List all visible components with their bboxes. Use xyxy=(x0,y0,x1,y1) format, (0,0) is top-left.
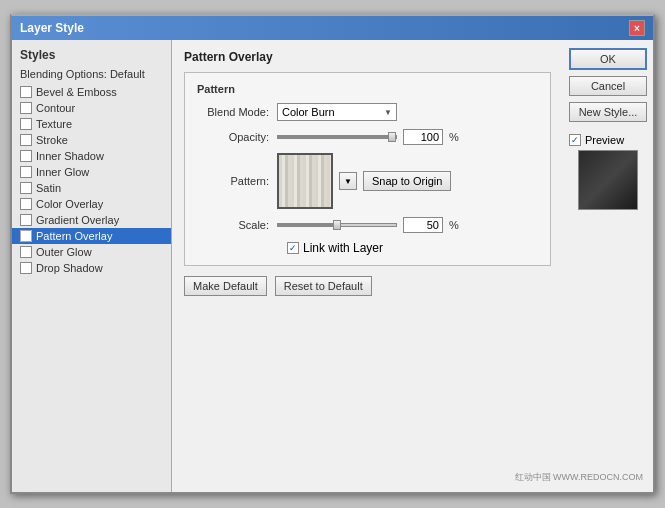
texture-checkbox[interactable] xyxy=(20,118,32,130)
preview-checkbox[interactable] xyxy=(569,134,581,146)
title-bar: Layer Style × xyxy=(12,16,653,40)
color-overlay-label: Color Overlay xyxy=(36,198,103,210)
bottom-buttons: Make Default Reset to Default xyxy=(184,276,551,296)
pattern-overlay-checkbox[interactable] xyxy=(20,230,32,242)
link-with-layer-label: Link with Layer xyxy=(303,241,383,255)
snap-to-origin-button[interactable]: Snap to Origin xyxy=(363,171,451,191)
sidebar-item-bevel-emboss[interactable]: Bevel & Emboss xyxy=(12,84,171,100)
inner-shadow-checkbox[interactable] xyxy=(20,150,32,162)
new-style-button[interactable]: New Style... xyxy=(569,102,647,122)
stroke-checkbox[interactable] xyxy=(20,134,32,146)
sidebar-item-satin[interactable]: Satin xyxy=(12,180,171,196)
sidebar-item-color-overlay[interactable]: Color Overlay xyxy=(12,196,171,212)
opacity-slider-track[interactable] xyxy=(277,135,397,139)
sidebar-item-gradient-overlay[interactable]: Gradient Overlay xyxy=(12,212,171,228)
scale-slider-track[interactable] xyxy=(277,223,397,227)
title-bar-buttons: × xyxy=(629,20,645,36)
layer-style-dialog: Layer Style × Styles Blending Options: D… xyxy=(10,14,655,494)
opacity-input[interactable] xyxy=(403,129,443,145)
blend-mode-dropdown[interactable]: Color Burn ▼ xyxy=(277,103,397,121)
stroke-label: Stroke xyxy=(36,134,68,146)
preview-label-row: Preview xyxy=(569,134,647,146)
left-panel: Styles Blending Options: Default Bevel &… xyxy=(12,40,172,492)
contour-label: Contour xyxy=(36,102,75,114)
blend-mode-control: Color Burn ▼ xyxy=(277,103,538,121)
link-with-layer-checkbox[interactable] xyxy=(287,242,299,254)
preview-section: Preview xyxy=(569,134,647,210)
watermark: 红动中国 WWW.REDOCN.COM xyxy=(515,471,644,484)
opacity-label: Opacity: xyxy=(197,131,277,143)
opacity-percent: % xyxy=(449,131,459,143)
preview-label-text: Preview xyxy=(585,134,624,146)
dialog-title: Layer Style xyxy=(20,21,84,35)
opacity-slider-fill xyxy=(278,136,396,138)
sidebar-item-drop-shadow[interactable]: Drop Shadow xyxy=(12,260,171,276)
scale-label: Scale: xyxy=(197,219,277,231)
drop-shadow-checkbox[interactable] xyxy=(20,262,32,274)
pattern-row: Pattern: ▼ Snap to Origin xyxy=(197,153,538,209)
sidebar-item-texture[interactable]: Texture xyxy=(12,116,171,132)
blend-mode-label: Blend Mode: xyxy=(197,106,277,118)
scale-percent: % xyxy=(449,219,459,231)
close-button[interactable]: × xyxy=(629,20,645,36)
pattern-label: Pattern: xyxy=(197,175,277,187)
pattern-preview[interactable] xyxy=(277,153,333,209)
cancel-button[interactable]: Cancel xyxy=(569,76,647,96)
right-buttons-panel: OK Cancel New Style... Preview xyxy=(563,40,653,492)
sidebar-item-contour[interactable]: Contour xyxy=(12,100,171,116)
blend-mode-value: Color Burn xyxy=(282,106,335,118)
blending-options-header[interactable]: Blending Options: Default xyxy=(12,66,171,82)
satin-label: Satin xyxy=(36,182,61,194)
gradient-overlay-checkbox[interactable] xyxy=(20,214,32,226)
sidebar-item-stroke[interactable]: Stroke xyxy=(12,132,171,148)
outer-glow-label: Outer Glow xyxy=(36,246,92,258)
drop-shadow-label: Drop Shadow xyxy=(36,262,103,274)
color-overlay-checkbox[interactable] xyxy=(20,198,32,210)
scale-input[interactable] xyxy=(403,217,443,233)
scale-control: % xyxy=(277,217,538,233)
scale-row: Scale: % xyxy=(197,217,538,233)
opacity-control: % xyxy=(277,129,538,145)
main-area: Pattern Overlay Pattern Blend Mode: Colo… xyxy=(172,40,563,492)
sidebar-item-inner-shadow[interactable]: Inner Shadow xyxy=(12,148,171,164)
make-default-button[interactable]: Make Default xyxy=(184,276,267,296)
preview-thumbnail xyxy=(578,150,638,210)
sidebar-item-inner-glow[interactable]: Inner Glow xyxy=(12,164,171,180)
scale-slider-fill xyxy=(278,224,337,226)
contour-checkbox[interactable] xyxy=(20,102,32,114)
sub-section-title: Pattern xyxy=(197,83,538,95)
pattern-control: ▼ Snap to Origin xyxy=(277,153,538,209)
dialog-body: Styles Blending Options: Default Bevel &… xyxy=(12,40,653,492)
bevel-emboss-label: Bevel & Emboss xyxy=(36,86,117,98)
pattern-sub-section: Pattern Blend Mode: Color Burn ▼ xyxy=(184,72,551,266)
blend-mode-arrow-icon: ▼ xyxy=(384,108,392,117)
blend-mode-row: Blend Mode: Color Burn ▼ xyxy=(197,103,538,121)
inner-glow-label: Inner Glow xyxy=(36,166,89,178)
pattern-overlay-label: Pattern Overlay xyxy=(36,230,112,242)
sidebar-item-outer-glow[interactable]: Outer Glow xyxy=(12,244,171,260)
styles-header: Styles xyxy=(12,44,171,66)
bevel-emboss-checkbox[interactable] xyxy=(20,86,32,98)
scale-slider-thumb[interactable] xyxy=(333,220,341,230)
texture-label: Texture xyxy=(36,118,72,130)
pattern-picker-button[interactable]: ▼ xyxy=(339,172,357,190)
inner-glow-checkbox[interactable] xyxy=(20,166,32,178)
gradient-overlay-label: Gradient Overlay xyxy=(36,214,119,226)
outer-glow-checkbox[interactable] xyxy=(20,246,32,258)
satin-checkbox[interactable] xyxy=(20,182,32,194)
inner-shadow-label: Inner Shadow xyxy=(36,150,104,162)
link-with-layer-row: Link with Layer xyxy=(287,241,538,255)
ok-button[interactable]: OK xyxy=(569,48,647,70)
opacity-row: Opacity: % xyxy=(197,129,538,145)
sidebar-item-pattern-overlay[interactable]: Pattern Overlay xyxy=(12,228,171,244)
reset-to-default-button[interactable]: Reset to Default xyxy=(275,276,372,296)
section-title: Pattern Overlay xyxy=(184,50,551,64)
opacity-slider-thumb[interactable] xyxy=(388,132,396,142)
